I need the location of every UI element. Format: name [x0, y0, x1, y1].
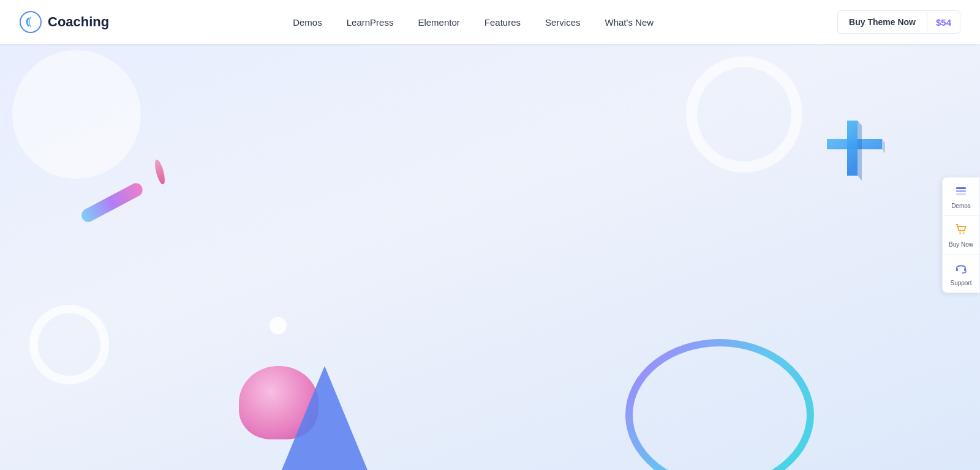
sidebar-buynow-label: Buy Now: [949, 241, 973, 248]
decorative-circle-topleft: [12, 50, 141, 179]
logo-link[interactable]: Coaching: [20, 11, 109, 33]
headset-icon: [954, 261, 968, 277]
nav-demos[interactable]: Demos: [293, 17, 322, 28]
buy-theme-label: Buy Theme Now: [838, 12, 927, 32]
svg-point-5: [959, 233, 960, 234]
svg-point-1: [629, 343, 810, 470]
nav-services[interactable]: Services: [545, 17, 581, 28]
svg-point-6: [963, 233, 964, 234]
decorative-oval-ring: [622, 335, 818, 470]
svg-rect-8: [964, 268, 966, 271]
nav-learnpress[interactable]: LearnPress: [347, 17, 394, 28]
sidebar-demos[interactable]: Demos: [943, 177, 979, 216]
sidebar-buy-now[interactable]: Buy Now: [943, 216, 979, 255]
layers-icon: [954, 184, 968, 200]
sidebar-demos-label: Demos: [951, 203, 971, 209]
main-nav: Demos LearnPress Elementor Features Serv…: [293, 17, 654, 28]
decorative-dot: [270, 317, 287, 334]
nav-elementor[interactable]: Elementor: [418, 17, 459, 28]
svg-rect-4: [956, 193, 966, 195]
logo-icon: [20, 11, 42, 33]
decorative-circle-topright: [686, 56, 802, 173]
site-header: Coaching Demos LearnPress Elementor Feat…: [0, 0, 980, 44]
svg-rect-7: [956, 268, 958, 271]
logo-text: Coaching: [48, 14, 109, 30]
sidebar-right: Demos Buy Now Support: [942, 177, 980, 293]
svg-rect-3: [956, 190, 966, 192]
header-right: Buy Theme Now $54: [837, 10, 960, 34]
decorative-triangle-blue: [282, 366, 368, 470]
hero-section: [0, 44, 980, 470]
decorative-bar: [79, 181, 145, 224]
sidebar-support-label: Support: [950, 280, 971, 286]
decorative-ring-bottomleft: [29, 305, 109, 384]
nav-features[interactable]: Features: [484, 17, 521, 28]
svg-rect-2: [956, 187, 966, 189]
decorative-petal: [153, 159, 167, 185]
nav-whats-new[interactable]: What's New: [605, 17, 654, 28]
cart-icon: [954, 222, 968, 239]
decorative-plus: [824, 114, 885, 184]
sidebar-support[interactable]: Support: [943, 255, 979, 293]
buy-theme-button[interactable]: Buy Theme Now $54: [837, 10, 960, 34]
svg-point-0: [20, 12, 41, 32]
buy-theme-price: $54: [927, 12, 960, 32]
